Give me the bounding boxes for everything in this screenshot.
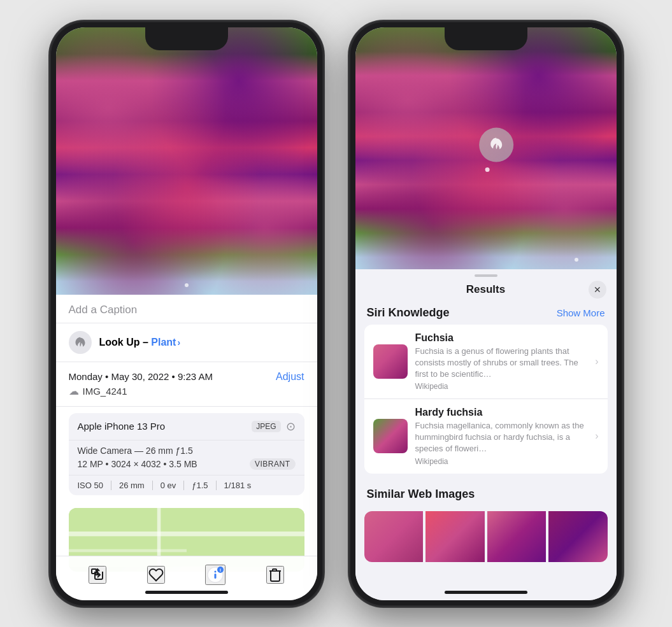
svg-rect-3 xyxy=(69,549,187,552)
right-phone: Results ✕ Siri Knowledge Show More xyxy=(349,21,623,607)
device-row: Apple iPhone 13 Pro JPEG ⊙ xyxy=(69,413,304,440)
camera-specs: Wide Camera — 26 mm ƒ1.5 xyxy=(78,446,296,456)
visual-lookup-dot xyxy=(485,167,489,172)
info-button[interactable]: i xyxy=(205,565,225,585)
meta-date: Monday • May 30, 2022 • 9:23 AM xyxy=(69,371,213,382)
siri-knowledge-title: Siri Knowledge xyxy=(367,306,450,320)
fuchsia-source: Wikipedia xyxy=(415,382,588,391)
hardy-fuchsia-thumbnail xyxy=(373,419,408,453)
notch xyxy=(145,27,228,50)
hardy-fuchsia-chevron: › xyxy=(595,430,598,442)
vibrant-badge: VIBRANT xyxy=(250,458,296,470)
left-phone: Add a Caption Look Up – Plant› xyxy=(50,21,324,607)
web-images-grid xyxy=(364,511,608,562)
web-image-4[interactable] xyxy=(548,511,608,562)
lookup-chevron: › xyxy=(177,337,180,348)
similar-web-images-title: Similar Web Images xyxy=(367,488,475,501)
hardy-fuchsia-description: Fuchsia magellanica, commonly known as t… xyxy=(415,420,588,455)
leaf-lookup-icon xyxy=(488,136,504,153)
fuchsia-chevron: › xyxy=(595,356,598,367)
right-phone-inner: Results ✕ Siri Knowledge Show More xyxy=(355,27,617,600)
fuchsia-info: Fuchsia Fuchsia is a genus of flowering … xyxy=(415,332,588,391)
close-icon: ✕ xyxy=(594,285,601,295)
meta-section: Monday • May 30, 2022 • 9:23 AM Adjust ☁… xyxy=(56,362,317,407)
left-phone-content: Add a Caption Look Up – Plant› xyxy=(56,27,317,600)
exif-iso: ISO 50 xyxy=(78,481,111,490)
fuchsia-name: Fuchsia xyxy=(415,332,588,344)
svg-point-6 xyxy=(215,571,217,573)
phones-container: Add a Caption Look Up – Plant› xyxy=(50,21,623,607)
caption-placeholder: Add a Caption xyxy=(69,304,138,316)
web-image-3[interactable] xyxy=(487,511,547,562)
cloud-icon: ☁ xyxy=(69,385,79,397)
lookup-label: Look Up – Plant› xyxy=(99,337,181,348)
fuchsia-description: Fuchsia is a genus of flowering plants t… xyxy=(415,346,588,381)
device-badges: JPEG ⊙ xyxy=(252,419,295,433)
web-image-2[interactable] xyxy=(425,511,485,562)
caption-area[interactable]: Add a Caption xyxy=(56,295,317,323)
device-name: Apple iPhone 13 Pro xyxy=(78,421,166,432)
knowledge-item-fuchsia[interactable]: Fuchsia Fuchsia is a genus of flowering … xyxy=(364,325,608,399)
exif-shutter: 1/181 s xyxy=(217,481,259,490)
mp-row: 12 MP • 3024 × 4032 • 3.5 MB VIBRANT xyxy=(78,458,296,470)
results-scroll: Siri Knowledge Show More Fuchsia Fuchsia… xyxy=(355,301,617,600)
svg-rect-7 xyxy=(215,574,217,579)
knowledge-item-hardy-fuchsia[interactable]: Hardy fuchsia Fuchsia magellanica, commo… xyxy=(364,398,608,474)
flower-overlay-left xyxy=(56,27,317,295)
svg-rect-1 xyxy=(69,532,304,536)
lookup-row[interactable]: Look Up – Plant› xyxy=(56,323,317,362)
web-image-1[interactable] xyxy=(364,511,424,562)
format-badge: JPEG xyxy=(252,421,280,432)
visual-lookup-button[interactable] xyxy=(479,127,513,162)
home-indicator-right xyxy=(445,591,527,594)
right-phone-content: Results ✕ Siri Knowledge Show More xyxy=(355,27,617,600)
filename: IMG_4241 xyxy=(83,386,127,397)
exif-aperture: ƒ1.5 xyxy=(184,481,216,490)
hardy-fuchsia-info: Hardy fuchsia Fuchsia magellanica, commo… xyxy=(415,407,588,466)
adjust-button[interactable]: Adjust xyxy=(276,371,304,383)
lookup-text: Look Up – xyxy=(99,337,148,348)
dot-indicator-left xyxy=(185,283,189,287)
results-header: Results ✕ xyxy=(355,277,617,301)
flower-image-left xyxy=(56,27,317,295)
close-button[interactable]: ✕ xyxy=(589,281,606,299)
svg-text:i: i xyxy=(220,568,221,572)
home-indicator-left xyxy=(145,591,228,594)
meta-date-row: Monday • May 30, 2022 • 9:23 AM Adjust xyxy=(69,371,304,383)
meta-filename-row: ☁ IMG_4241 xyxy=(69,385,304,397)
results-title: Results xyxy=(466,283,505,296)
exif-row: ISO 50 26 mm 0 ev ƒ1.5 1/181 s xyxy=(69,476,304,495)
leaf-icon xyxy=(74,336,87,349)
lookup-icon xyxy=(69,331,92,354)
fuchsia-thumbnail xyxy=(373,344,408,379)
lookup-subject: Plant xyxy=(148,337,176,348)
results-panel: Results ✕ Siri Knowledge Show More xyxy=(355,269,617,600)
hardy-fuchsia-name: Hardy fuchsia xyxy=(415,407,588,418)
location-icon: ⊙ xyxy=(286,419,296,433)
dot-indicator-right xyxy=(575,258,578,262)
info-icon: i xyxy=(206,566,224,584)
exif-focal: 26 mm xyxy=(111,481,153,490)
exif-ev: 0 ev xyxy=(153,481,185,490)
device-section: Apple iPhone 13 Pro JPEG ⊙ Wide Camera —… xyxy=(69,413,304,495)
share-button[interactable] xyxy=(89,566,106,584)
flower-image-right xyxy=(355,27,617,269)
delete-button[interactable] xyxy=(266,566,284,584)
show-more-button[interactable]: Show More xyxy=(557,307,605,318)
siri-knowledge-header: Siri Knowledge Show More xyxy=(364,301,608,325)
mp-specs: 12 MP • 3024 × 4032 • 3.5 MB xyxy=(78,459,197,469)
notch-right xyxy=(445,27,527,50)
hardy-fuchsia-source: Wikipedia xyxy=(415,457,588,466)
knowledge-card: Fuchsia Fuchsia is a genus of flowering … xyxy=(364,325,608,474)
similar-web-images-section: Similar Web Images xyxy=(364,483,608,562)
camera-row: Wide Camera — 26 mm ƒ1.5 12 MP • 3024 × … xyxy=(69,440,304,476)
left-phone-inner: Add a Caption Look Up – Plant› xyxy=(56,27,317,600)
like-button[interactable] xyxy=(147,566,165,584)
similar-web-images-header: Similar Web Images xyxy=(364,483,608,506)
